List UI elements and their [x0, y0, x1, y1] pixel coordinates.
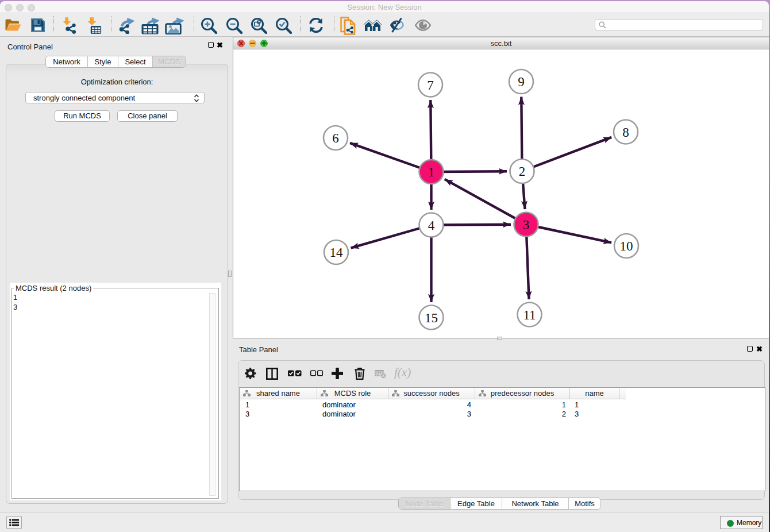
svg-text:7: 7 [427, 78, 434, 92]
svg-text:14: 14 [330, 245, 344, 260]
svg-text:11: 11 [523, 308, 536, 322]
svg-text:2: 2 [519, 164, 526, 179]
svg-text:6: 6 [332, 131, 339, 145]
svg-text:9: 9 [518, 75, 525, 89]
svg-text:4: 4 [428, 218, 435, 233]
svg-text:10: 10 [620, 239, 633, 253]
svg-text:8: 8 [622, 125, 629, 140]
svg-text:1: 1 [428, 165, 435, 179]
svg-text:3: 3 [523, 218, 530, 232]
svg-text:15: 15 [425, 311, 438, 325]
